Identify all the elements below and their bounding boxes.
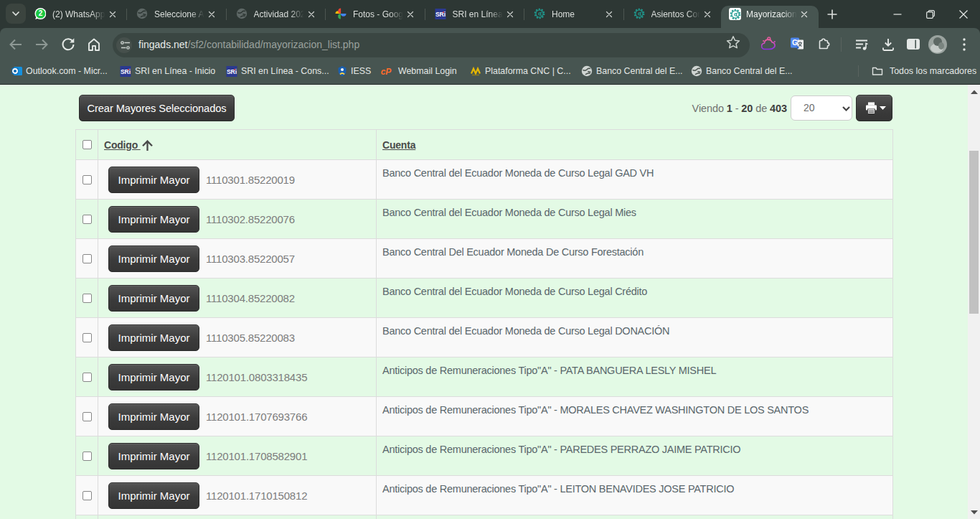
svg-text:2: 2 <box>39 9 43 17</box>
svg-text:G: G <box>792 39 798 47</box>
svg-text:cP: cP <box>381 67 392 77</box>
